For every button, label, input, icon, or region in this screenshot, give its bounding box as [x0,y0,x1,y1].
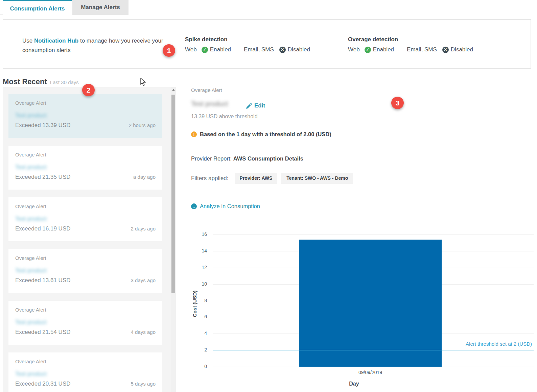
check-icon: ✓ [365,47,371,53]
arrow-right-circle-icon: → [191,203,197,209]
overage-web-status: Enabled [373,46,394,53]
list-scrollbar[interactable] [171,87,176,392]
x-tick-label: 09/09/2019 [299,370,442,375]
tabbar-border [0,15,3,15]
y-tick-label: 0 [187,364,207,369]
spike-web-status: Enabled [210,46,231,53]
consumption-alerts-page: Consumption Alerts Manage Alerts Use Not… [0,0,537,392]
alert-card-name-redacted: Test product [15,371,47,377]
overage-web-label: Web [348,46,360,53]
alert-card-type: Overage Alert [15,152,156,157]
notification-hub-text: Use Notification Hub to manage how you r… [22,36,169,55]
alert-card-time: 4 days ago [131,329,156,335]
alert-card[interactable]: Overage AlertTest productExceeded 20.31 … [8,352,162,392]
alert-card[interactable]: Overage AlertTest productExceeded 13.39 … [8,94,162,138]
detail-divider [191,142,511,142]
spike-detection-group: Spike detection Web ✓ Enabled Email, SMS… [185,36,310,53]
notification-settings-panel: Use Notification Hub to manage how you r… [3,19,531,69]
alert-card-name-redacted: Test product [15,216,47,222]
mouse-cursor [140,78,147,87]
detail-alert-name-redacted: Test product [191,100,228,108]
check-icon: ✓ [202,47,208,53]
tab-consumption-alerts[interactable]: Consumption Alerts [3,0,72,16]
warning-icon: ! [191,131,197,137]
tab-manage-alerts[interactable]: Manage Alerts [72,0,129,15]
alerts-list: Overage AlertTest productExceeded 13.39 … [8,94,162,392]
filters-applied-label: Filters applied: [191,173,229,184]
notification-hub-link[interactable]: Notification Hub [34,38,78,44]
overage-email-status: Disabled [451,46,473,53]
most-recent-header: Most RecentLast 30 days [3,77,79,86]
cross-icon: ✕ [442,47,449,53]
alerts-list-panel: Overage AlertTest productExceeded 13.39 … [3,87,176,392]
alert-card-type: Overage Alert [15,255,156,261]
spike-email-status: Disabled [288,46,310,53]
y-tick-label: 10 [187,281,207,287]
alert-card-time: 2 hours ago [129,122,156,128]
notification-text-prefix: Use [22,38,34,44]
y-axis-label: Cost (USD) [192,277,199,331]
alert-card-exceeded: Exceeded 13.61 USD [15,277,71,284]
annotation-badge-3: 3 [391,97,404,109]
provider-report-value: AWS Consumption Details [233,155,303,162]
alert-card[interactable]: Overage AlertTest productExceeded 21.35 … [8,146,162,190]
y-tick-label: 4 [187,330,207,336]
y-tick-label: 12 [187,265,207,270]
alert-card[interactable]: Overage AlertTest productExceeded 21.54 … [8,301,162,345]
gridline [213,367,534,367]
alert-card-time: 2 days ago [131,226,156,231]
provider-report-label: Provider Report: [191,155,233,162]
y-tick-label: 14 [187,248,207,253]
spike-detection-title: Spike detection [185,36,310,43]
alert-card-exceeded: Exceeded 20.31 USD [15,381,71,387]
y-tick-label: 2 [187,347,207,352]
edit-alert-button[interactable]: Edit [246,102,265,109]
tab-manage-alerts-label: Manage Alerts [81,4,120,11]
filter-chips: Provider: AWSTenant: SWO - AWS - Demo [235,173,357,184]
detail-above-threshold: 13.39 USD above threshold [191,114,258,120]
gridline [213,235,534,235]
scrollbar-thumb[interactable] [171,95,175,293]
most-recent-title: Most Recent [3,77,47,86]
y-tick-label: 6 [187,314,207,319]
alert-card[interactable]: Overage AlertTest productExceeded 16.19 … [8,197,162,241]
scrollbar-up-arrow-icon[interactable] [171,87,176,93]
alert-card-name-redacted: Test product [15,164,47,171]
alert-card-exceeded: Exceeded 13.39 USD [15,122,71,129]
alert-card-type: Overage Alert [15,359,156,364]
cross-icon: ✕ [279,47,286,53]
alert-card-type: Overage Alert [15,307,156,313]
filters-applied-row: Filters applied: Provider: AWSTenant: SW… [191,173,357,184]
annotation-badge-1: 1 [163,44,175,57]
most-recent-subtitle: Last 30 days [50,79,79,85]
alert-card-time: 5 days ago [131,381,156,387]
alert-card-type: Overage Alert [15,203,156,209]
alert-card-time: 3 days ago [131,277,156,283]
alert-card-name-redacted: Test product [15,267,47,274]
y-tick-label: 16 [187,231,207,237]
alert-card-exceeded: Exceeded 21.54 USD [15,329,71,336]
analyze-in-consumption-link[interactable]: → Analyze in Consumption [191,203,260,210]
overage-detection-group: Overage detection Web ✓ Enabled Email, S… [348,36,473,53]
spike-web-label: Web [185,46,197,53]
analyze-label: Analyze in Consumption [200,203,260,210]
annotation-badge-2: 2 [82,84,95,96]
detail-alert-type: Overage Alert [191,87,222,93]
alert-card[interactable]: Overage AlertTest productExceeded 13.61 … [8,249,162,293]
filter-chip: Provider: AWS [235,173,278,184]
edit-label: Edit [254,102,265,109]
filter-chip: Tenant: SWO - AWS - Demo [281,173,353,184]
overage-email-label: Email, SMS [407,46,437,53]
detail-warning-row: ! Based on the 1 day with a threshold of… [191,131,331,138]
alert-card-name-redacted: Test product [15,319,47,326]
alert-card-name-redacted: Test product [15,112,47,119]
overage-detection-title: Overage detection [348,36,473,43]
alert-card-exceeded: Exceeded 16.19 USD [15,225,71,232]
alert-card-time: a day ago [133,174,156,180]
x-axis-label: Day [320,381,388,387]
alert-card-type: Overage Alert [15,100,156,106]
alert-card-exceeded: Exceeded 21.35 USD [15,174,71,180]
chart-bar[interactable] [299,240,442,367]
provider-report-row: Provider Report: AWS Consumption Details [191,155,303,162]
tab-consumption-alerts-label: Consumption Alerts [10,5,65,12]
